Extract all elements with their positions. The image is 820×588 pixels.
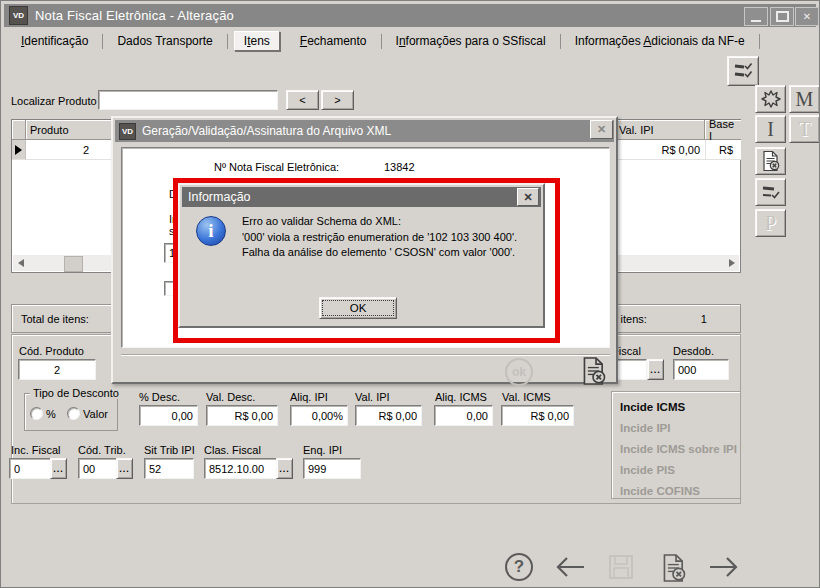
fiscal-browse-button[interactable]: ... [647,359,664,380]
tab-label: Informações Adicionais da NF-e [575,34,745,48]
clas-fiscal-browse-button[interactable]: ... [276,458,293,479]
ok-button[interactable]: OK [319,297,397,319]
grid-cell-produto[interactable]: 2 [26,140,114,160]
inc-fiscal-browse-button[interactable]: ... [50,458,67,479]
ellipsis-icon: ... [650,365,661,375]
aliq-icms-label: Aliq. ICMS [435,391,487,403]
column-label: Base I [709,118,737,142]
grid-row-selector [12,140,26,160]
pct-desc-field[interactable] [139,405,198,426]
xml-ok-button-disabled: ok [505,358,533,386]
enq-ipi-field[interactable] [303,458,361,479]
scrollbar-thumb[interactable] [64,256,83,272]
xml-cancel-button[interactable] [579,356,609,386]
next-button[interactable]: > [321,90,354,110]
locator-input[interactable] [98,90,278,110]
grid-cell-base-ipi[interactable]: R$ [705,140,741,160]
radio-percent-label: % [46,408,56,420]
info-close-button[interactable]: ✕ [517,188,539,206]
cell-value: R$ [719,144,733,156]
sit-trib-ipi-label: Sit Trib IPI [144,444,195,456]
scroll-left-button[interactable] [14,257,27,269]
cod-trib-browse-button[interactable]: ... [116,458,133,479]
ellipsis-icon: ... [53,464,64,474]
tab-separator [227,34,228,49]
close-button[interactable]: ✕ [795,7,819,26]
cod-trib-field[interactable] [78,458,117,479]
val-ipi-field[interactable] [355,405,422,426]
m-letter-icon: M [796,89,814,109]
cancel-nfe-button[interactable] [659,553,689,583]
tab-fechamento[interactable]: Fechamento [286,31,381,51]
window-title: Nota Fiscal Eletrônica - Alteração [35,8,234,23]
close-icon: ✕ [803,11,811,22]
val-desc-label: Val. Desc. [206,391,255,403]
aliq-icms-field[interactable] [434,405,493,426]
maximize-button[interactable] [770,7,794,26]
save-button-disabled [607,553,635,581]
p-button-disabled: P [755,209,786,237]
aliq-ipi-field[interactable] [290,405,348,426]
incide-icms: Incide ICMS [620,397,740,418]
scroll-left-icon [18,259,24,267]
inc-fiscal-label: Inc. Fiscal [11,444,61,456]
grid-cell-val-ipi[interactable]: R$ 0,00 [615,140,705,160]
inc-fiscal-field[interactable] [9,458,51,479]
tab-informacoes-adicionais[interactable]: Informações Adicionais da NF-e [561,31,759,51]
radio-valor-circle[interactable] [67,407,80,420]
error-line-2: '000' viola a restrição enumeration de '… [242,230,540,246]
document-cancel-icon [760,150,782,172]
prev-button[interactable]: < [286,90,319,110]
radio-valor[interactable]: Valor [67,407,108,420]
document-cancel-icon [659,553,689,583]
xml-dialog-close-button[interactable]: ✕ [590,120,613,139]
ellipsis-icon: ... [279,464,290,474]
tab-label: Identificação [21,34,88,48]
grid-header-base-ipi[interactable]: Base I [705,120,741,140]
help-button[interactable]: ? [505,553,533,581]
scroll-right-button[interactable] [725,257,738,269]
tab-informacoes-ssfiscal[interactable]: Informações para o SSfiscal [382,31,560,51]
t-letter-icon: T [798,119,810,139]
arrow-left-icon [551,553,587,581]
tab-bar: Identificação Dados Transporte Itens Fec… [7,29,813,53]
help-icon: ? [505,553,533,581]
grid-header-val-ipi[interactable]: Val. IPI [615,120,705,140]
validate-items-button[interactable] [727,56,759,86]
incide-pis: Incide PIS [620,460,740,481]
tab-identificacao[interactable]: Identificação [7,31,102,51]
next-record-button[interactable] [707,553,743,581]
incide-icms-sobre-ipi: Incide ICMS sobre IPI [620,439,740,460]
val-icms-field[interactable] [501,405,574,426]
maximize-icon [776,11,789,22]
column-label: Val. IPI [619,124,654,136]
burst-button[interactable] [755,85,786,113]
help-glyph: ? [514,557,524,577]
clas-fiscal-field[interactable] [204,458,277,479]
previous-record-button[interactable] [551,553,587,581]
val-icms-label: Val. ICMS [502,391,551,403]
tab-itens[interactable]: Itens [234,31,280,51]
radio-percent-circle[interactable] [30,407,43,420]
clas-fiscal-label: Clas. Fiscal [204,444,261,456]
m-button[interactable]: M [789,85,820,113]
cod-produto-field[interactable] [18,359,96,380]
grid-header-produto[interactable]: Produto [26,120,114,140]
next-label: > [334,94,340,106]
desdob-field[interactable] [673,359,729,380]
tab-dados-transporte[interactable]: Dados Transporte [103,31,226,51]
confirm-list-button[interactable] [755,178,786,206]
sit-trib-ipi-field[interactable] [144,458,194,479]
scroll-right-icon [729,259,735,267]
cancel-document-button[interactable] [755,147,786,175]
radio-percent[interactable]: % [30,407,56,420]
minimize-button[interactable] [744,7,768,26]
val-desc-field[interactable] [206,405,278,426]
radio-valor-label: Valor [83,408,108,420]
arrow-right-icon [707,553,743,581]
info-message-box: Informação ✕ i Erro ao validar Schema do… [178,183,545,328]
xml-dialog-titlebar: VD Geração/Validação/Assinatura do Arqui… [115,120,614,142]
tab-label: Dados Transporte [117,34,212,48]
list-check-icon [761,183,781,201]
i-button[interactable]: I [755,115,786,143]
